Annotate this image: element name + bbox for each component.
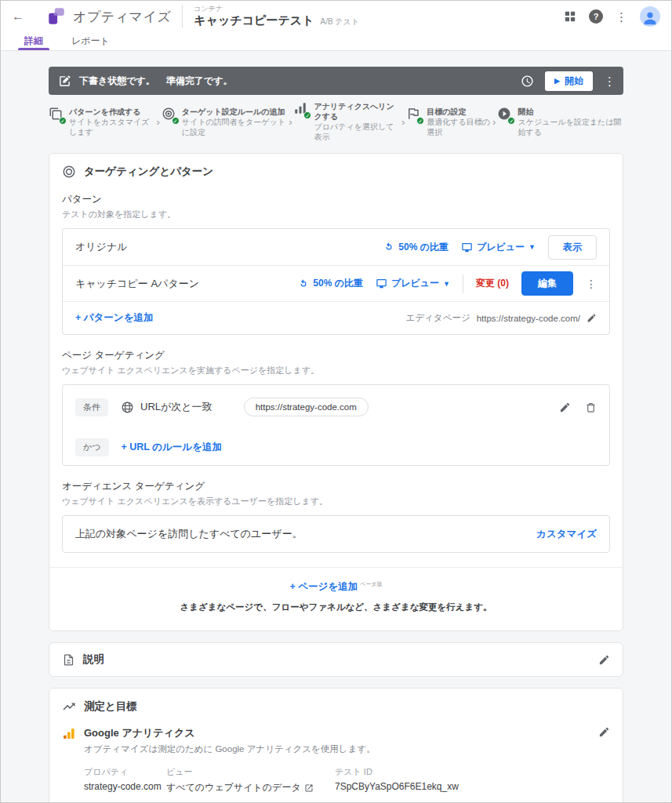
avatar[interactable] xyxy=(640,6,660,27)
property-label: プロパティ xyxy=(84,766,166,778)
target-icon: ✓ xyxy=(162,107,177,122)
audience-row: 上記の対象ページを訪問したすべてのユーザー。 カスタマイズ xyxy=(63,516,609,552)
edit-pencil-icon[interactable] xyxy=(598,654,610,666)
condition-chip: 条件 xyxy=(75,398,108,416)
overflow-menu-icon[interactable]: ⋮ xyxy=(616,11,627,23)
and-chip: かつ xyxy=(75,438,109,456)
topbar: ← オプティマイズ コンテナ キャッチコピーテスト A/B テスト ? ⋮ xyxy=(1,1,671,32)
preview-dropdown[interactable]: プレビュー ▼ xyxy=(461,241,536,254)
step-start[interactable]: ✓ 開始スケジュールを設定または開始する xyxy=(497,107,623,137)
step-targeting-rules[interactable]: ✓ ターゲット設定ルールの追加サイトの訪問者をターゲットに設定 xyxy=(162,107,287,137)
caret-down-icon: ▼ xyxy=(443,280,450,288)
audience-box: 上記の対象ページを訪問したすべてのユーザー。 カスタマイズ xyxy=(62,515,610,553)
status-banner: 下書き状態です。 準備完了です。 ▶ 開始 ⋮ xyxy=(49,67,623,95)
check-icon: ✓ xyxy=(507,117,515,125)
view-button[interactable]: 表示 xyxy=(548,235,597,260)
url-value-pill[interactable]: https://strategy-code.com xyxy=(244,398,369,416)
step-link-analytics[interactable]: ✓ アナリティクスへリンクするプロパティを選択して表示 xyxy=(293,101,399,142)
check-icon: ✓ xyxy=(172,117,180,125)
pattern-row-variant-a: キャッチコピー Aパターン 50% の比重 プレビュー ▼ 変更 (0) xyxy=(63,265,609,301)
bar-chart-icon: ✓ xyxy=(293,101,309,117)
back-arrow-icon[interactable]: ← xyxy=(9,9,27,24)
patterns-label: パターン xyxy=(62,193,610,206)
edit-button[interactable]: 編集 xyxy=(521,271,573,296)
page-targeting-label: ページ ターゲティング xyxy=(62,349,610,362)
step-create-variants[interactable]: ✓ パターンを作成するサイトをカスタマイズします xyxy=(49,107,154,137)
analytics-subtitle: オプティマイズは測定のために Google アナリティクスを使用します。 xyxy=(84,743,598,755)
editor-page-label: エディタページ xyxy=(406,312,470,324)
external-link-icon[interactable] xyxy=(304,783,314,793)
document-icon xyxy=(62,653,75,667)
analytics-section: Google アナリティクス オプティマイズは測定のために Google アナリ… xyxy=(62,726,610,755)
card-title: ターゲティングとパターン xyxy=(84,165,213,179)
app-name: オプティマイズ xyxy=(73,8,171,26)
preview-dropdown[interactable]: プレビュー ▼ xyxy=(376,277,450,290)
check-icon: ✓ xyxy=(59,117,67,125)
draft-status-text: 下書き状態です。 xyxy=(79,74,155,88)
audience-targeting-label: オーディエンス ターゲティング xyxy=(62,480,610,493)
tab-details[interactable]: 詳細 xyxy=(10,32,57,50)
description-card: 説明 xyxy=(49,642,623,677)
page-targeting-box: 条件 URLが次と一致 https://strategy-code.com かつ… xyxy=(62,384,610,466)
edit-pencil-icon[interactable] xyxy=(559,402,571,413)
play-circle-icon: ✓ xyxy=(497,107,513,122)
view-label: ビュー xyxy=(166,766,335,778)
pattern-name: キャッチコピー Aパターン xyxy=(75,277,199,291)
optimize-logo-icon xyxy=(46,6,67,27)
targeting-card: ターゲティングとパターン パターン テストの対象を指定します。 オリジナル 50… xyxy=(49,153,623,631)
row-overflow-icon[interactable]: ⋮ xyxy=(586,278,597,290)
test-id-value: 7SpCByYaSpO6F6E1ekq_xw xyxy=(335,781,459,792)
ready-status-text: 準備完了です。 xyxy=(166,74,233,88)
view-value: すべてのウェブサイトのデータ xyxy=(166,781,301,794)
experience-title: キャッチコピーテスト xyxy=(194,13,314,28)
beta-tag: ベータ版 xyxy=(360,581,382,587)
edit-pencil-icon[interactable] xyxy=(598,726,610,755)
trending-up-icon xyxy=(62,699,76,714)
google-analytics-icon xyxy=(62,727,76,741)
customize-link[interactable]: カスタマイズ xyxy=(536,528,597,541)
add-page-link[interactable]: + ページを追加ベータ版 xyxy=(290,581,383,592)
audience-value: 上記の対象ページを訪問したすべてのユーザー。 xyxy=(75,527,303,541)
edit-pencil-icon[interactable] xyxy=(587,313,597,323)
container-label: コンテナ xyxy=(194,5,359,13)
chevron-right-icon: › xyxy=(154,116,161,128)
add-pattern-link[interactable]: + パターンを追加 xyxy=(75,311,153,325)
audience-targeting-subtitle: ウェブサイト エクスペリエンスを表示するユーザーを指定します。 xyxy=(62,496,610,507)
add-url-rule-link[interactable]: + URL のルールを追加 xyxy=(122,441,222,454)
property-value: strategy-code.com xyxy=(84,781,166,792)
card-title: 測定と目標 xyxy=(84,699,137,714)
weight-button[interactable]: 50% の比重 xyxy=(383,241,449,254)
url-rule-row: 条件 URLが次と一致 https://strategy-code.com xyxy=(63,385,609,429)
weight-icon xyxy=(383,242,394,253)
preview-icon xyxy=(461,242,473,253)
chevron-right-icon: › xyxy=(400,116,406,128)
changes-count[interactable]: 変更 (0) xyxy=(476,277,509,290)
weight-button[interactable]: 50% の比重 xyxy=(298,277,363,290)
check-icon: ✓ xyxy=(303,111,311,119)
pattern-row-original: オリジナル 50% の比重 プレビュー ▼ 表示 xyxy=(63,229,609,265)
apps-grid-icon[interactable] xyxy=(564,10,576,23)
patterns-footer: + パターンを追加 エディタページ https://strategy-code.… xyxy=(63,301,609,334)
globe-icon xyxy=(121,401,134,414)
banner-overflow-icon[interactable]: ⋮ xyxy=(604,75,616,87)
page-targeting-subtitle: ウェブサイト エクスペリエンスを実施するページを指定します。 xyxy=(62,365,610,376)
start-button[interactable]: ▶ 開始 xyxy=(545,71,593,91)
card-title: 説明 xyxy=(83,652,104,667)
tab-reports[interactable]: レポート xyxy=(57,32,124,50)
weight-icon xyxy=(298,278,309,289)
play-icon: ▶ xyxy=(554,77,560,85)
targeting-icon xyxy=(62,165,76,179)
variants-icon: ✓ xyxy=(49,107,64,122)
analytics-title: Google アナリティクス xyxy=(84,726,598,740)
step-set-objectives[interactable]: ✓ 目標の設定最適化する目標の選択 xyxy=(406,107,491,137)
optimize-app-window: ← オプティマイズ コンテナ キャッチコピーテスト A/B テスト ? ⋮ 詳細… xyxy=(0,0,672,803)
help-icon[interactable]: ? xyxy=(589,9,603,24)
measurement-card: 測定と目標 Google アナリティクス オプティマイズは測定のために Goog… xyxy=(49,688,623,803)
analytics-details: プロパティ strategy-code.com ビュー すべてのウェブサイトのデ… xyxy=(84,766,610,794)
trash-icon[interactable] xyxy=(585,402,597,413)
check-icon: ✓ xyxy=(416,117,424,125)
experience-header: コンテナ キャッチコピーテスト A/B テスト xyxy=(194,5,359,28)
caret-down-icon: ▼ xyxy=(529,243,536,251)
add-rule-row: かつ + URL のルールを追加 xyxy=(63,429,609,465)
schedule-clock-icon[interactable] xyxy=(521,74,534,88)
